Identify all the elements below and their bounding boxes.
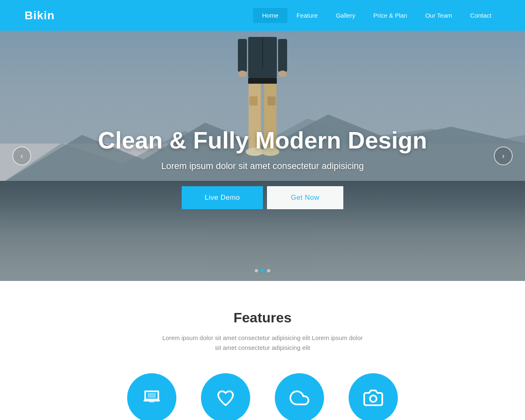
feature-icon-camera — [349, 373, 398, 420]
features-title: Features — [25, 310, 500, 326]
svg-rect-12 — [249, 96, 258, 105]
nav-link-team[interactable]: Our Team — [416, 8, 461, 23]
live-demo-button[interactable]: Live Demo — [182, 186, 263, 209]
get-now-button[interactable]: Get Now — [267, 186, 343, 209]
carousel-dot-3[interactable] — [267, 269, 270, 272]
nav-item-contact[interactable]: Contact — [461, 8, 500, 23]
chevron-right-icon: › — [502, 152, 504, 160]
hero-buttons: Live Demo Get Now — [98, 186, 427, 209]
feature-item-cloud — [275, 373, 324, 420]
svg-rect-17 — [148, 393, 156, 398]
nav-item-price[interactable]: Price & Plan — [364, 8, 416, 23]
nav-link-feature[interactable]: Feature — [288, 8, 327, 23]
feature-icon-cloud — [275, 373, 324, 420]
heart-icon — [216, 388, 235, 408]
svg-rect-19 — [149, 402, 154, 402]
nav-link-price[interactable]: Price & Plan — [364, 8, 416, 23]
svg-rect-13 — [267, 96, 276, 105]
chevron-left-icon: ‹ — [21, 152, 23, 160]
cloud-icon — [290, 388, 309, 408]
feature-item-heart — [201, 373, 250, 420]
svg-rect-5 — [238, 39, 247, 72]
brand-logo[interactable]: Bikin — [25, 9, 55, 22]
features-section: Features Lorem ipsum dolor sit amet cons… — [0, 281, 525, 420]
carousel-dot-1[interactable] — [255, 269, 258, 272]
laptop-icon — [142, 388, 162, 408]
svg-rect-18 — [144, 399, 160, 402]
nav-item-home[interactable]: Home — [253, 8, 288, 23]
nav-link-gallery[interactable]: Gallery — [327, 8, 365, 23]
features-subtitle: Lorem ipsum dolor sit amet consectetur a… — [160, 333, 365, 353]
hero-section: ‹ Clean & Fully Modern Design Lorem ipsu… — [0, 31, 525, 281]
carousel-prev-button[interactable]: ‹ — [12, 146, 31, 165]
nav-item-team[interactable]: Our Team — [416, 8, 461, 23]
carousel-dots — [255, 269, 270, 273]
nav-link-home[interactable]: Home — [253, 8, 288, 23]
feature-item-camera — [349, 373, 398, 420]
nav-link-contact[interactable]: Contact — [461, 8, 500, 23]
svg-point-8 — [278, 71, 287, 77]
carousel-next-button[interactable]: › — [494, 146, 513, 165]
svg-rect-6 — [278, 39, 287, 72]
hero-subtitle: Lorem ipsum dolor sit amet consectetur a… — [98, 161, 427, 171]
feature-icon-heart — [201, 373, 250, 420]
nav-links: Home Feature Gallery Price & Plan Our Te… — [253, 8, 500, 23]
carousel-dot-2[interactable] — [260, 269, 265, 273]
svg-point-20 — [370, 395, 377, 402]
svg-point-7 — [238, 71, 247, 77]
camera-icon — [363, 388, 383, 408]
nav-item-gallery[interactable]: Gallery — [327, 8, 365, 23]
feature-icon-laptop — [127, 373, 176, 420]
svg-rect-9 — [248, 78, 277, 84]
hero-content: Clean & Fully Modern Design Lorem ipsum … — [90, 119, 435, 217]
feature-item-laptop — [127, 373, 176, 420]
navbar: Bikin Home Feature Gallery Price & Plan … — [0, 0, 525, 31]
hero-title: Clean & Fully Modern Design — [98, 127, 427, 153]
features-icons — [25, 373, 500, 420]
nav-item-feature[interactable]: Feature — [288, 8, 327, 23]
